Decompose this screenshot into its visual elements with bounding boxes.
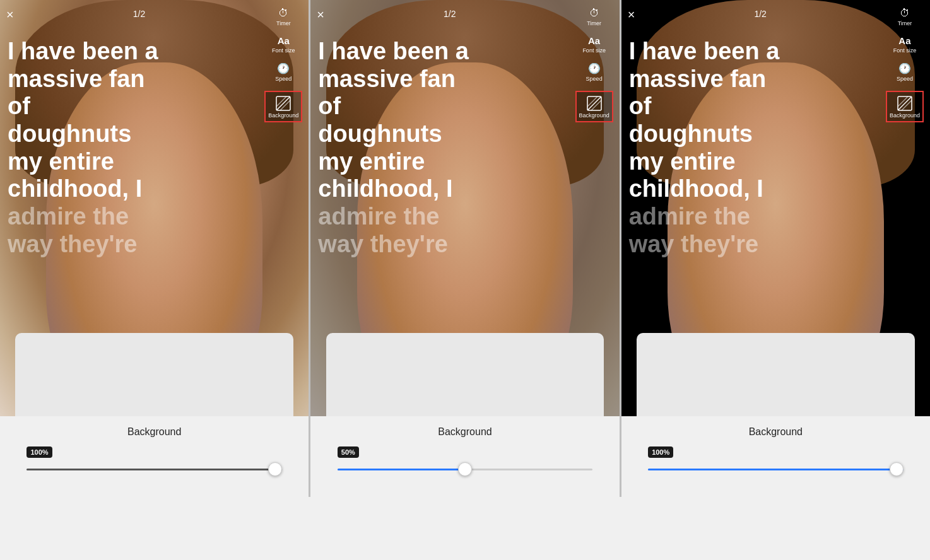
panel-3-slider-thumb[interactable] [890,462,904,476]
svg-line-1 [276,96,290,110]
panel-3-speed-label: Speed [897,76,913,82]
panel-2-slider-value: 50% [338,446,359,458]
panel-2-top-bar: × 1/2 ⏱ Timer Aa Font size 🕐 Speed [310,0,619,122]
panel-2-below-screen: Background 50% [310,416,619,484]
panel-3-page-indicator: 1/2 [754,9,766,19]
panel-2-right-controls: ⏱ Timer Aa Font size 🕐 Speed [575,8,613,122]
panel-3-speed-button[interactable]: 🕐 Speed [897,62,913,82]
panel-3-background-button[interactable]: Background [886,91,924,122]
panel-2-screen: × 1/2 ⏱ Timer Aa Font size 🕐 Speed [310,0,619,416]
panel-1: × 1/2 ⏱ Timer Aa Font size 🕐 Speed [0,0,309,497]
panel-2-slider-fill [338,469,465,470]
panel-1-slider-track [26,469,281,470]
panel-3-shirt [637,333,914,416]
panel-3-background-icon [896,95,914,112]
panel-1-section-label: Background [127,426,181,438]
panel-1-shirt [15,333,293,416]
panel-3-fontsize-button[interactable]: Aa Font size [893,35,917,54]
panel-1-timer-label: Timer [276,20,291,26]
panel-1-timer-icon: ⏱ [278,8,288,19]
svg-line-9 [898,96,912,110]
panel-1-page-indicator: 1/2 [133,9,145,19]
panel-3-slider-track-container[interactable] [648,460,903,478]
panel-2-speed-icon: 🕐 [588,62,601,74]
panel-3-slider-container: 100% [648,446,903,478]
panel-1-timer-button[interactable]: ⏱ Timer [276,8,291,26]
panel-1-slider-fill [26,469,281,470]
panel-1-fontsize-button[interactable]: Aa Font size [272,35,295,54]
main-container: × 1/2 ⏱ Timer Aa Font size 🕐 Speed [0,0,930,497]
panel-1-slider-value: 100% [26,446,52,458]
panel-2-section-label: Background [438,426,491,438]
panel-2-fontsize-label: Font size [582,47,606,54]
panel-1-close-button[interactable]: × [6,8,14,22]
panel-2-background-button[interactable]: Background [575,91,613,122]
panel-2: × 1/2 ⏱ Timer Aa Font size 🕐 Speed [309,0,619,497]
panel-2-speed-button[interactable]: 🕐 Speed [586,62,603,82]
panel-1-background-button[interactable]: Background [264,91,302,122]
panel-1-speed-button[interactable]: 🕐 Speed [275,62,291,82]
panel-3-slider-track [648,469,903,470]
panel-2-slider-container: 50% [338,446,592,478]
panel-1-background-icon [274,95,292,112]
panel-2-faded-text: admire theway they're [318,203,584,258]
panel-2-fontsize-button[interactable]: Aa Font size [582,35,606,54]
panel-3-fontsize-label: Font size [893,47,917,54]
panel-1-below-screen: Background 100% [0,416,309,484]
panel-1-right-controls: ⏱ Timer Aa Font size 🕐 Speed [264,8,302,122]
panel-3-timer-label: Timer [898,20,912,26]
panel-1-slider-container: 100% [26,446,281,478]
panel-1-speed-icon: 🕐 [277,62,290,74]
panel-1-slider-thumb[interactable] [268,462,282,476]
panel-3-slider-fill [648,469,903,470]
panel-2-background-label: Background [579,112,609,119]
panel-1-screen: × 1/2 ⏱ Timer Aa Font size 🕐 Speed [0,0,309,416]
panel-3-below-screen: Background 100% [621,416,930,484]
panel-1-speed-label: Speed [275,76,291,82]
panel-2-timer-icon: ⏱ [589,8,599,19]
panel-2-speed-label: Speed [586,76,603,82]
panel-3-right-controls: ⏱ Timer Aa Font size 🕐 Speed [886,8,924,122]
panel-3-faded-text: admire theway they're [629,203,895,258]
panel-3-top-bar: × 1/2 ⏱ Timer Aa Font size 🕐 Speed [621,0,930,122]
panel-3-close-button[interactable]: × [628,8,635,22]
svg-line-5 [587,96,601,110]
panel-2-slider-thumb[interactable] [458,462,472,476]
panel-3-speed-icon: 🕐 [898,62,911,74]
panel-1-fontsize-icon: Aa [278,35,290,46]
panel-1-top-bar: × 1/2 ⏱ Timer Aa Font size 🕐 Speed [0,0,309,122]
panel-3-fontsize-icon: Aa [898,35,910,46]
panel-3-background-label: Background [890,112,920,119]
panel-2-page-indicator: 1/2 [444,9,456,19]
panel-2-background-icon [586,95,603,112]
panel-2-timer-button[interactable]: ⏱ Timer [587,8,601,26]
panel-3-timer-button[interactable]: ⏱ Timer [898,8,912,26]
panel-1-faded-text: admire theway they're [8,203,274,258]
panel-1-slider-track-container[interactable] [26,460,281,478]
panel-3-section-label: Background [749,426,803,438]
panel-2-fontsize-icon: Aa [588,35,600,46]
panel-2-timer-label: Timer [587,20,601,26]
panel-2-slider-track-container[interactable] [338,460,592,478]
panel-1-fontsize-label: Font size [272,47,295,54]
panel-2-close-button[interactable]: × [317,8,324,22]
panel-2-shirt [326,333,604,416]
panel-3: × 1/2 ⏱ Timer Aa Font size 🕐 Speed [620,0,930,497]
panel-3-screen: × 1/2 ⏱ Timer Aa Font size 🕐 Speed [621,0,930,416]
panel-3-slider-value: 100% [648,446,673,458]
panel-1-background-label: Background [268,112,298,119]
panel-3-timer-icon: ⏱ [900,8,910,19]
